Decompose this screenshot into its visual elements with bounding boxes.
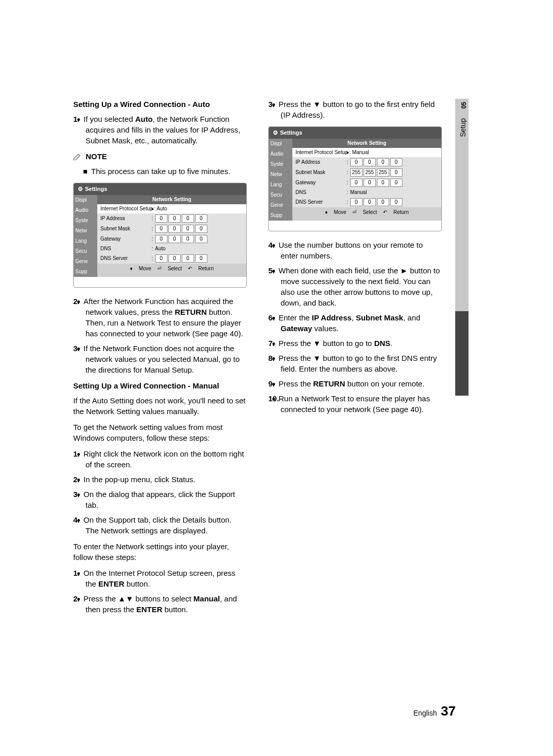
paragraph: To get the Network setting values from m… [73, 422, 247, 443]
row-ips: Internet Protocol Setup : Manual▸ [292, 148, 441, 157]
panel-footer: ♦Move⏎Select↶Return [97, 264, 246, 274]
row-sm: Subnet Mask:2552552550 [292, 167, 441, 178]
row-gw: Gateway:0000 [97, 234, 246, 244]
list: 1.On the Internet Protocol Setup screen,… [73, 568, 247, 615]
heading-auto: Setting Up a Wired Connection - Auto [73, 99, 247, 110]
panel-main: Network Setting Internet Protocol Setup … [292, 139, 441, 221]
content: Setting Up a Wired Connection - Auto 1.I… [73, 99, 442, 620]
panel-sidebar: Displ Audio Syste Netw Lang Secu Gene Su… [74, 195, 97, 277]
select-icon: ⏎ [352, 209, 356, 215]
list-item: 1.Right click the Network icon on the bo… [86, 448, 247, 470]
note-heading: NOTE [73, 151, 247, 163]
pencil-icon [73, 152, 81, 163]
panel-footer: ♦Move⏎Select↶Return [292, 207, 441, 218]
note-body: This process can take up to five minutes… [73, 166, 247, 177]
list-item: 4.On the Support tab, click the Details … [86, 514, 247, 536]
right-column: 3.Press the ▼ button to go to the first … [268, 99, 442, 620]
row-dns: DNS:Manual [292, 188, 441, 197]
settings-panel: ⚙Settings Displ Audio Syste Netw Lang Se… [268, 126, 442, 231]
list-item: 9.Press the RETURN button on your remote… [281, 378, 442, 389]
panel-main: Network Setting Internet Protocol Setup … [97, 195, 246, 277]
gear-icon: ⚙ [78, 186, 83, 192]
list-item: 2.In the pop-up menu, click Status. [86, 474, 247, 485]
row-gw: Gateway:0000 [292, 178, 441, 188]
page: 05 Setup Setting Up a Wired Connection -… [0, 0, 553, 756]
panel-header: Network Setting [97, 195, 246, 204]
list-item: 4.Use the number buttons on your remote … [281, 240, 442, 261]
row-sm: Subnet Mask:0000 [97, 224, 246, 234]
list-item: 8.Press the ▼ button to go to the first … [281, 353, 442, 374]
select-icon: ⏎ [157, 266, 161, 271]
row-ip: IP Address:0000 [97, 213, 246, 224]
panel-header: Network Setting [292, 139, 441, 148]
list: 4.Use the number buttons on your remote … [268, 240, 442, 415]
list-item: 7.Press the ▼ button to go to DNS. [281, 338, 442, 349]
list: 2.After the Network Function has acquire… [73, 296, 247, 375]
list-item: 2.Press the ▲▼ buttons to select Manual,… [86, 593, 247, 615]
heading-manual: Setting Up a Wired Connection - Manual [73, 380, 247, 391]
list-item: 10.Run a Network Test to ensure the play… [281, 393, 442, 415]
list-item: 3.On the dialog that appears, click the … [86, 489, 247, 510]
chevron-right-icon: ▸ [152, 205, 154, 212]
list-item: 6.Enter the IP Address, Subnet Mask, and… [281, 312, 442, 334]
row-dsv: DNS Server:0000 [97, 253, 246, 264]
row-dsv: DNS Server:0000 [292, 197, 441, 207]
list-item: 3.If the Network Function does not acqui… [86, 343, 247, 375]
list-item: 2.After the Network Function has acquire… [86, 296, 247, 339]
return-icon: ↶ [188, 266, 192, 271]
list-item: 1.On the Internet Protocol Setup screen,… [86, 568, 247, 589]
panel-title: ⚙Settings [74, 183, 246, 195]
page-footer: English 37 [413, 702, 456, 720]
list: 1.If you selected Auto, the Network Func… [73, 114, 247, 146]
move-icon: ♦ [325, 209, 328, 215]
footer-lang: English [413, 709, 437, 717]
row-ip: IP Address:0000 [292, 157, 441, 167]
list-item: 5.When done with each field, use the ► b… [281, 265, 442, 308]
list: 1.Right click the Network icon on the bo… [73, 448, 247, 536]
gear-icon: ⚙ [273, 129, 278, 136]
move-icon: ♦ [130, 266, 133, 271]
settings-panel: ⚙Settings Displ Audio Syste Netw Lang Se… [73, 183, 247, 288]
chapter-number: 05 [455, 102, 469, 109]
list: 3.Press the ▼ button to go to the first … [268, 99, 442, 120]
bullet-icon [83, 170, 87, 174]
chapter-label: Setup [455, 118, 469, 137]
left-column: Setting Up a Wired Connection - Auto 1.I… [73, 99, 247, 620]
row-ips: Internet Protocol Setup : Auto▸ [97, 204, 246, 213]
paragraph: To enter the Network settings into your … [73, 541, 247, 563]
page-number: 37 [441, 703, 456, 719]
panel-sidebar: Displ Audio Syste Netw Lang Secu Gene Su… [269, 139, 292, 221]
paragraph: If the Auto Setting does not work, you'l… [73, 395, 247, 417]
list-item: 3.Press the ▼ button to go to the first … [281, 99, 442, 120]
return-icon: ↶ [383, 209, 387, 215]
list-item: 1.If you selected Auto, the Network Func… [86, 114, 247, 146]
row-dns: DNS:Auto [97, 244, 246, 253]
chevron-right-icon: ▸ [347, 149, 349, 156]
side-block [455, 311, 469, 396]
panel-title: ⚙Settings [269, 127, 441, 139]
